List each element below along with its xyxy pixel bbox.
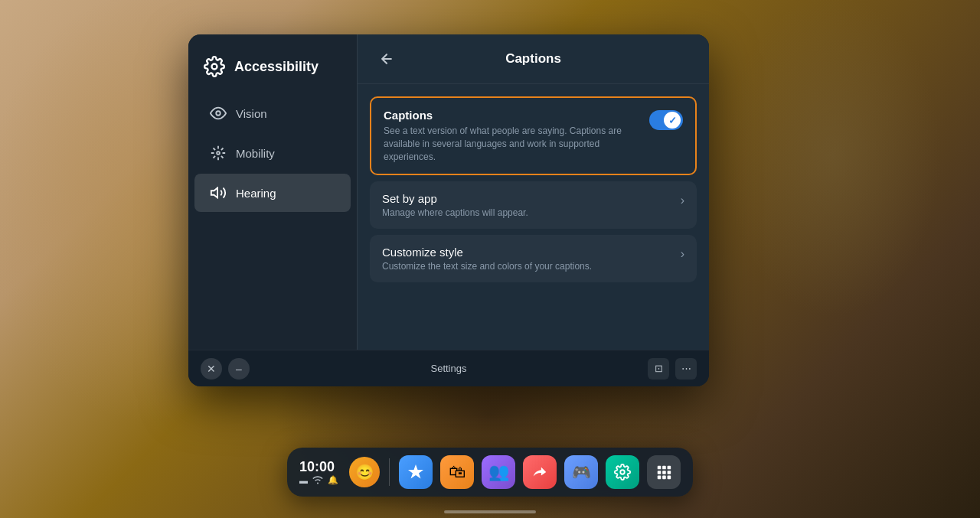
sidebar: Accessibility Vision Mobility xyxy=(188,34,357,350)
toggle-thumb: ✓ xyxy=(664,112,681,129)
more-icon: ⋯ xyxy=(681,363,691,374)
captions-toggle-title: Captions xyxy=(384,109,640,122)
taskbar-title: Settings xyxy=(250,363,648,374)
sidebar-item-vision[interactable]: Vision xyxy=(194,94,351,132)
dock-divider xyxy=(389,458,390,486)
svg-rect-12 xyxy=(662,476,666,480)
taskbar-right: ⊡ ⋯ xyxy=(648,358,697,380)
svg-point-1 xyxy=(216,111,220,116)
move-icon xyxy=(210,145,227,161)
dock-app-store[interactable]: 🛍 xyxy=(440,455,474,489)
sidebar-header: Accessibility xyxy=(188,47,357,93)
settings-window: Accessibility Vision Mobility xyxy=(188,34,709,386)
svg-rect-9 xyxy=(662,471,666,474)
dock-app-settings[interactable] xyxy=(606,455,639,489)
customize-style-text: Customize style Customize the text size … xyxy=(382,246,681,272)
svg-marker-3 xyxy=(211,188,217,198)
resize-icon: ⊡ xyxy=(655,363,663,374)
svg-rect-6 xyxy=(662,466,666,470)
hearing-label: Hearing xyxy=(236,187,276,200)
sidebar-title: Accessibility xyxy=(234,59,318,75)
captions-toggle-row: Captions See a text version of what peop… xyxy=(370,96,697,175)
toggle-check-icon: ✓ xyxy=(668,115,677,126)
captions-toggle-switch[interactable]: ✓ xyxy=(649,110,683,130)
window-taskbar: ✕ – Settings ⊡ ⋯ xyxy=(188,350,709,386)
set-by-app-text: Set by app Manage where captions will ap… xyxy=(382,192,681,218)
panel-title: Captions xyxy=(410,51,657,67)
captions-toggle-desc: See a text version of what people are sa… xyxy=(384,125,640,163)
customize-style-desc: Customize the text size and colors of yo… xyxy=(382,261,681,272)
minimize-icon: – xyxy=(236,363,242,375)
set-by-app-desc: Manage where captions will appear. xyxy=(382,207,681,218)
volume-icon xyxy=(210,184,227,201)
dock-app-social[interactable]: 👥 xyxy=(482,455,515,489)
gear-icon xyxy=(204,56,225,77)
minimize-button[interactable]: – xyxy=(228,358,250,380)
mobility-label: Mobility xyxy=(236,147,275,160)
home-indicator xyxy=(444,510,536,513)
window-content: Accessibility Vision Mobility xyxy=(188,34,709,350)
bell-icon: 🔔 xyxy=(328,475,338,485)
customize-style-chevron-icon: › xyxy=(681,246,684,261)
svg-rect-7 xyxy=(668,466,671,470)
vision-label: Vision xyxy=(236,107,267,120)
svg-rect-11 xyxy=(658,476,662,480)
svg-point-2 xyxy=(217,151,220,155)
panel-header: Captions xyxy=(358,34,709,84)
close-button[interactable]: ✕ xyxy=(201,358,222,380)
close-icon: ✕ xyxy=(207,363,216,375)
set-by-app-row[interactable]: Set by app Manage where captions will ap… xyxy=(370,181,697,229)
dock-time: 10:00 xyxy=(299,459,335,475)
taskbar-controls: ✕ – xyxy=(201,358,250,380)
svg-point-0 xyxy=(212,64,217,70)
svg-rect-8 xyxy=(658,471,662,474)
more-options-button[interactable]: ⋯ xyxy=(675,358,697,380)
window-resize-button[interactable]: ⊡ xyxy=(648,358,669,380)
set-by-app-chevron-icon: › xyxy=(681,192,684,207)
dock-time-section: 10:00 ▬ 🔔 xyxy=(299,459,338,485)
back-button[interactable] xyxy=(376,48,397,70)
wifi-icon xyxy=(312,476,323,484)
dock-status-icons: ▬ 🔔 xyxy=(299,475,338,485)
svg-rect-5 xyxy=(658,466,662,470)
social-icon: 👥 xyxy=(488,462,509,482)
svg-rect-13 xyxy=(668,476,671,480)
customize-style-title: Customize style xyxy=(382,246,681,259)
dock-app-more[interactable] xyxy=(647,455,681,489)
eye-icon xyxy=(210,105,227,122)
captions-text: Captions See a text version of what peop… xyxy=(384,109,640,163)
sidebar-item-hearing[interactable]: Hearing xyxy=(194,174,351,212)
svg-rect-10 xyxy=(668,471,671,474)
system-dock: 10:00 ▬ 🔔 😊 🛍 👥 xyxy=(287,448,693,497)
dock-app-meta[interactable] xyxy=(399,455,433,489)
panel-body: Captions See a text version of what peop… xyxy=(358,84,709,295)
main-panel: Captions Captions See a text version of … xyxy=(357,34,709,350)
games-icon: 🎮 xyxy=(572,463,591,481)
sidebar-item-mobility[interactable]: Mobility xyxy=(194,134,351,172)
dock-app-games[interactable]: 🎮 xyxy=(564,455,598,489)
dock-app-share[interactable] xyxy=(523,455,557,489)
customize-style-row[interactable]: Customize style Customize the text size … xyxy=(370,235,697,282)
set-by-app-title: Set by app xyxy=(382,192,681,205)
store-icon: 🛍 xyxy=(449,462,466,482)
battery-icon: ▬ xyxy=(299,476,308,485)
svg-point-4 xyxy=(620,470,625,474)
dock-avatar[interactable]: 😊 xyxy=(349,457,380,487)
